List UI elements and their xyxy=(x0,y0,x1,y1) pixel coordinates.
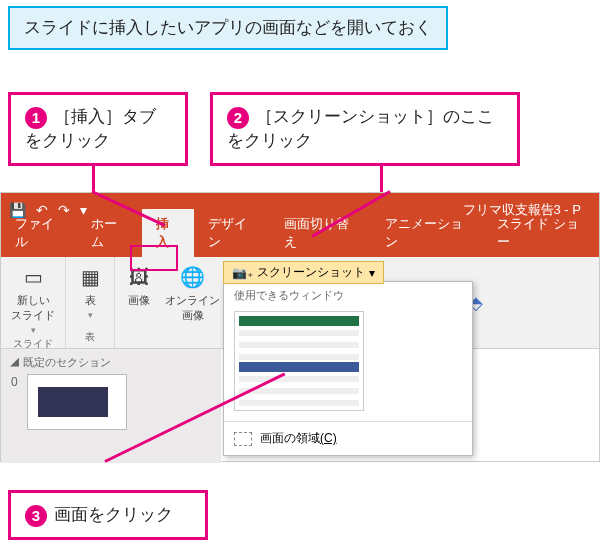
slide-panel: ◢ 既定のセクション 0 xyxy=(1,349,221,463)
tab-file[interactable]: ファイル xyxy=(1,209,77,257)
tab-animation[interactable]: アニメーション xyxy=(371,209,484,257)
callout-1-num: 1 xyxy=(25,107,47,129)
group-table-label: 表 xyxy=(85,330,95,346)
chevron-down-icon: ▾ xyxy=(31,325,36,335)
screen-clipping-item[interactable]: 画面の領域(C) xyxy=(224,422,472,455)
thumb-grid2 xyxy=(239,374,359,406)
tab-slideshow[interactable]: スライド ショー xyxy=(483,209,599,257)
callout-3-text: 画面をクリック xyxy=(54,505,173,524)
screenshot-dropdown: 使用できるウィンドウ 画面の領域(C) xyxy=(223,281,473,456)
available-window-thumb[interactable] xyxy=(234,311,364,411)
thumb-grid xyxy=(239,328,359,360)
slide-thumbnail[interactable] xyxy=(27,374,127,430)
screenshot-button[interactable]: 📷₊ スクリーンショット ▾ xyxy=(223,261,384,284)
annotation-top: スライドに挿入したいアプリの画面などを開いておく xyxy=(8,6,448,50)
chevron-down-icon: ▾ xyxy=(369,266,375,280)
highlight-insert-tab xyxy=(130,245,178,271)
callout-2-num: 2 xyxy=(227,107,249,129)
section-label[interactable]: ◢ 既定のセクション xyxy=(9,355,213,370)
callout-3: 3 画面をクリック xyxy=(8,490,208,540)
pointer-2 xyxy=(380,162,383,192)
thumb-excel-bar xyxy=(239,316,359,326)
powerpoint-window: 💾 ↶ ↷ ▾ フリマ収支報告3 - P ファイル ホーム 挿入 デザイン 画面… xyxy=(0,192,600,462)
callout-1: 1 ［挿入］タブ をクリック xyxy=(8,92,188,166)
tab-design[interactable]: デザイン xyxy=(194,209,270,257)
slide-number: 0 xyxy=(11,375,18,389)
callout-2-text: ［スクリーンショット］のここをクリック xyxy=(227,107,494,150)
thumb-table-header xyxy=(239,362,359,372)
group-images-label xyxy=(171,333,174,346)
dropdown-header: 使用できるウィンドウ xyxy=(224,282,472,307)
callout-2: 2 ［スクリーンショット］のここをクリック xyxy=(210,92,520,166)
screenshot-icon: 📷₊ xyxy=(232,266,253,280)
ribbon-tabs: ファイル ホーム 挿入 デザイン 画面切り替え アニメーション スライド ショー xyxy=(1,227,599,257)
clipping-icon xyxy=(234,432,252,446)
callout-3-num: 3 xyxy=(25,505,47,527)
pointer-1 xyxy=(92,162,95,192)
